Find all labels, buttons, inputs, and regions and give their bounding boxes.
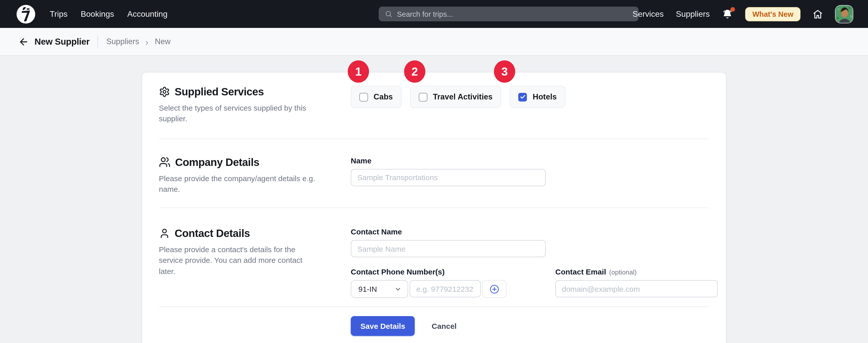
notifications-bell-icon[interactable] <box>722 8 733 20</box>
company-details-heading: Company Details <box>159 156 334 168</box>
service-label-travel-activities: Travel Activities <box>433 92 493 101</box>
name-label: Name <box>351 156 709 165</box>
optional-hint: (optional) <box>609 269 637 276</box>
phone-block: Contact Phone Number(s) 91-IN <box>351 268 506 298</box>
form-actions: Save Details Cancel <box>142 307 726 343</box>
cancel-button[interactable]: Cancel <box>432 322 457 330</box>
contact-name-input[interactable] <box>351 240 546 257</box>
nav-link-suppliers[interactable]: Suppliers <box>676 9 710 19</box>
home-icon[interactable] <box>813 9 823 19</box>
company-name-input[interactable] <box>351 169 546 186</box>
contact-details-subtitle: Please provide a contact's details for t… <box>159 244 311 277</box>
app-viewport: Trips Bookings Accounting Search for tri… <box>0 0 868 343</box>
contact-email-label: Contact Email(optional) <box>555 268 718 276</box>
user-avatar[interactable] <box>835 5 853 23</box>
country-code-select[interactable]: 91-IN <box>351 280 408 298</box>
service-checkbox-0[interactable] <box>360 93 368 101</box>
email-block: Contact Email(optional) <box>555 268 718 298</box>
breadcrumb-suppliers[interactable]: Suppliers <box>106 37 139 46</box>
section-supplied-services: Supplied Services Select the types of se… <box>142 72 726 138</box>
annotation-marker-1: 1 <box>348 60 369 83</box>
top-navbar: Trips Bookings Accounting Search for tri… <box>0 0 868 28</box>
user-icon <box>159 228 170 239</box>
service-option-hotels[interactable]: Hotels <box>510 86 565 108</box>
contact-email-input[interactable] <box>555 280 718 297</box>
search-placeholder: Search for trips... <box>397 10 453 18</box>
main-content: 1 2 3 Supplied Services Select the types… <box>0 72 868 343</box>
service-label-hotels: Hotels <box>533 92 557 101</box>
annotation-marker-2: 2 <box>404 60 425 83</box>
trip-search-input[interactable]: Search for trips... <box>379 7 639 21</box>
nav-link-services[interactable]: Services <box>632 9 664 19</box>
save-details-button[interactable]: Save Details <box>351 316 415 336</box>
search-icon <box>385 10 392 18</box>
divider <box>98 35 98 48</box>
service-checkbox-1[interactable] <box>419 93 427 101</box>
service-option-cabs[interactable]: Cabs <box>351 86 402 108</box>
contact-phone-label: Contact Phone Number(s) <box>351 268 506 276</box>
service-label-cabs: Cabs <box>374 92 393 101</box>
contact-details-intro: Contact Details Please provide a contact… <box>159 227 334 298</box>
contact-name-label: Contact Name <box>351 227 718 236</box>
nav-link-bookings[interactable]: Bookings <box>81 9 114 19</box>
breadcrumb-new: New <box>155 37 170 46</box>
contact-details-fields: Contact Name Contact Phone Number(s) 91-… <box>351 227 718 298</box>
service-option-travel-activities[interactable]: Travel Activities <box>410 86 501 108</box>
add-phone-button[interactable] <box>482 280 506 298</box>
chevron-right-icon <box>144 39 150 46</box>
service-checkbox-2[interactable] <box>519 93 527 101</box>
whats-new-button[interactable]: What's New <box>745 7 801 21</box>
nav-link-trips[interactable]: Trips <box>50 9 67 19</box>
company-details-subtitle: Please provide the company/agent details… <box>159 173 334 194</box>
contact-details-heading: Contact Details <box>159 227 334 240</box>
supplied-services-subtitle: Select the types of services supplied by… <box>159 102 334 124</box>
nav-right-group: Services Suppliers What's New <box>632 0 853 28</box>
company-details-title: Company Details <box>175 156 259 168</box>
annotation-marker-3: 3 <box>494 60 515 83</box>
supplied-services-intro: Supplied Services Select the types of se… <box>159 86 334 124</box>
nav-link-accounting[interactable]: Accounting <box>127 9 167 19</box>
notification-dot <box>731 7 735 11</box>
users-group-icon <box>159 156 170 168</box>
chevron-down-icon <box>394 285 402 292</box>
section-contact-details: Contact Details Please provide a contact… <box>142 208 726 307</box>
company-details-intro: Company Details Please provide the compa… <box>159 156 334 194</box>
new-supplier-form-card: 1 2 3 Supplied Services Select the types… <box>142 72 726 343</box>
app-logo-icon[interactable] <box>15 3 36 25</box>
back-arrow-icon[interactable] <box>18 36 29 47</box>
nav-left-group: Trips Bookings Accounting <box>0 3 167 25</box>
country-code-value: 91-IN <box>359 285 377 293</box>
gear-icon <box>159 86 170 97</box>
company-details-fields: Name <box>351 156 709 194</box>
page-header: New Supplier Suppliers New <box>0 28 868 56</box>
supplied-services-heading: Supplied Services <box>159 86 334 98</box>
supplied-services-title: Supplied Services <box>175 86 264 98</box>
section-company-details: Company Details Please provide the compa… <box>142 139 726 208</box>
service-options: Cabs Travel Activities Hotels <box>351 86 709 124</box>
page-title: New Supplier <box>34 36 90 47</box>
contact-phone-input[interactable] <box>410 280 481 297</box>
contact-details-title: Contact Details <box>175 227 250 240</box>
